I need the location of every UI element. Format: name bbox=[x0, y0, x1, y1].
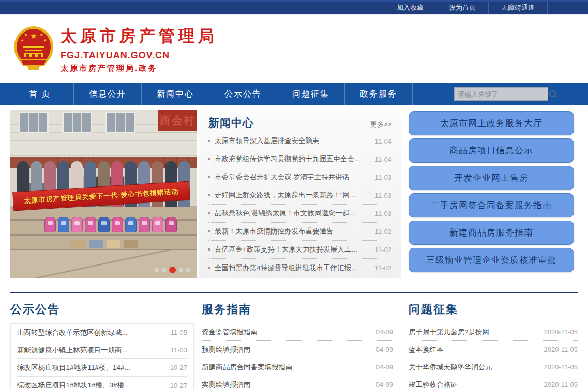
news-item[interactable]: 品秋景秋色 赏锦绣太原！市文旅局邀您一起... 11-03 bbox=[208, 205, 391, 223]
service-guide-item-title: 新建商品房合同备案填报指南 bbox=[202, 363, 372, 372]
svg-text:★: ★ bbox=[39, 33, 43, 37]
nav-item[interactable]: 信息公开 bbox=[74, 83, 142, 105]
announcement-item[interactable]: 山西转型综合改革示范区创新绿城... 11-05 bbox=[17, 324, 187, 341]
site-header: ★ ★ ★ ★ ★ 太原市房产管理局 FGJ.TAIYUAN.GOV.CN 太原… bbox=[0, 15, 588, 83]
quick-link-button[interactable]: 开发企业网上售房 bbox=[409, 166, 574, 190]
news-item-date: 11-04 bbox=[375, 155, 391, 163]
news-item-title: 市委常委会召开扩大会议 罗清宇主持并讲话 bbox=[215, 173, 371, 182]
svg-text:★: ★ bbox=[30, 32, 37, 40]
news-item[interactable]: 最新！太原市疫情防控办发布重要通告 11-02 bbox=[208, 223, 391, 241]
announcement-item-title: 综改区杨庄项目1#地块11#楼、14#... bbox=[17, 363, 166, 372]
quick-link-button[interactable]: 三级物业管理企业资质核准审批 bbox=[409, 248, 574, 272]
service-guide-item-title: 实测绘填报指南 bbox=[202, 380, 372, 389]
news-item-date: 11-02 bbox=[375, 228, 391, 236]
news-item-title: 百亿基金+政策支持！太原大力扶持发展人工... bbox=[215, 245, 371, 254]
svg-text:★: ★ bbox=[43, 38, 47, 43]
news-item-title: 品秋景秋色 赏锦绣太原！市文旅局邀您一起... bbox=[215, 209, 371, 218]
announcement-item[interactable]: 综改区杨庄项目1#地块11#楼、14#... 10-27 bbox=[17, 359, 187, 377]
service-guide-item-date: 04-09 bbox=[376, 381, 393, 388]
issue-item[interactable]: 房子属于第几套房?是按网 2020-11-05 bbox=[409, 323, 578, 341]
issue-item[interactable]: 关于华侨城天鹅堡华润公元 2020-11-05 bbox=[409, 358, 578, 376]
photo-carousel[interactable]: 西会村 太原市房产管理局关爱下一代·爱心书包捐赠活动 bbox=[10, 110, 197, 278]
quick-link-button[interactable]: 商品房项目信息公示 bbox=[409, 138, 574, 163]
backpacks-row bbox=[44, 217, 177, 232]
search-input[interactable] bbox=[458, 90, 549, 98]
carousel-dot[interactable] bbox=[155, 268, 159, 272]
news-item-date: 11-03 bbox=[375, 174, 391, 181]
quick-link-button[interactable]: 新建商品房服务指南 bbox=[409, 221, 574, 245]
topbar-link[interactable]: 设为首页 bbox=[436, 2, 489, 14]
announcement-item[interactable]: 综改区杨庄项目1#地块1#楼、3#楼... 10-27 bbox=[17, 377, 187, 390]
news-item-title: 市政府党组传达学习贯彻党的十九届五中全会... bbox=[215, 154, 371, 164]
announcements-section: 公示公告 山西转型综合改革示范区创新绿城... 11-05 新能源健康小镇上林苑… bbox=[10, 293, 194, 390]
carousel-dot[interactable] bbox=[162, 268, 166, 272]
national-emblem-logo: ★ ★ ★ ★ ★ bbox=[13, 25, 54, 73]
nav-item[interactable]: 公示公告 bbox=[209, 83, 277, 105]
news-title: 新闻中心 bbox=[208, 116, 254, 130]
service-guide-item-date: 04-09 bbox=[376, 363, 393, 371]
news-item[interactable]: 全国扫黑办第4特派督导组进驻我市工作汇报... 11-02 bbox=[208, 259, 391, 277]
search-box bbox=[454, 87, 548, 101]
building-window bbox=[62, 112, 92, 133]
carousel-dot-active[interactable] bbox=[169, 267, 176, 273]
news-item[interactable]: 走好网上群众路线，太原蹚出一条新路！“网... 11-03 bbox=[208, 186, 391, 205]
announcement-item-title: 新能源健康小镇上林苑项目一期商... bbox=[17, 346, 167, 355]
announcement-item[interactable]: 新能源健康小镇上林苑项目一期商... 11-03 bbox=[17, 341, 187, 359]
news-item[interactable]: 市委常委会召开扩大会议 罗清宇主持并讲话 11-03 bbox=[208, 168, 391, 186]
announcement-item-date: 11-03 bbox=[171, 346, 187, 354]
nav-item[interactable]: 政务服务 bbox=[345, 83, 413, 105]
news-item-date: 11-03 bbox=[375, 210, 391, 217]
news-more-link[interactable]: 更多>> bbox=[370, 120, 391, 129]
service-guide-section: 服务指南 资金监管填报指南 04-09 预测绘填报指南 04-09 新建商品房合… bbox=[202, 293, 393, 390]
quick-link-button[interactable]: 太原市网上政务服务大厅 bbox=[409, 111, 574, 135]
site-subtitle: 太原市房产管理局.政务 bbox=[61, 64, 218, 73]
quick-links: 太原市网上政务服务大厅 商品房项目信息公示 开发企业网上售房 二手房网签合同备案… bbox=[409, 111, 574, 275]
announcement-item-title: 综改区杨庄项目1#地块1#楼、3#楼... bbox=[17, 381, 166, 390]
issue-item[interactable]: 蓝本换红本 2020-11-05 bbox=[409, 341, 578, 358]
news-item-date: 11-02 bbox=[375, 246, 391, 254]
bullet-icon bbox=[208, 176, 210, 178]
news-item[interactable]: 太原市领导深入基层排查安全隐患 11-04 bbox=[208, 132, 391, 150]
service-guide-list: 资金监管填报指南 04-09 预测绘填报指南 04-09 新建商品房合同备案填报… bbox=[202, 323, 393, 390]
search-icon[interactable] bbox=[549, 90, 557, 98]
announcement-item-title: 山西转型综合改革示范区创新绿城... bbox=[17, 328, 167, 337]
main-content: 西会村 太原市房产管理局关爱下一代·爱心书包捐赠活动 bbox=[10, 110, 578, 280]
carousel-dot[interactable] bbox=[186, 268, 190, 272]
bottom-sections: 公示公告 山西转型综合改革示范区创新绿城... 11-05 新能源健康小镇上林苑… bbox=[10, 293, 578, 390]
topbar-link[interactable]: 无障碍通道 bbox=[489, 2, 548, 14]
village-sign: 西会村 bbox=[158, 110, 197, 131]
news-list: 太原市领导深入基层排查安全隐患 11-04 市政府党组传达学习贯彻党的十九届五中… bbox=[208, 132, 391, 277]
topbar-link[interactable]: 加入收藏 bbox=[384, 2, 436, 14]
nav-item[interactable]: 首 页 bbox=[6, 83, 74, 105]
news-item-title: 太原市领导深入基层排查安全隐患 bbox=[215, 136, 371, 146]
quick-link-button[interactable]: 二手房网签合同备案服务指南 bbox=[409, 193, 574, 217]
issue-collection-list: 房子属于第几套房?是按网 2020-11-05 蓝本换红本 2020-11-05… bbox=[409, 323, 578, 390]
bullet-icon bbox=[208, 140, 210, 142]
issue-collection-section: 问题征集 房子属于第几套房?是按网 2020-11-05 蓝本换红本 2020-… bbox=[409, 293, 578, 390]
service-guide-item[interactable]: 资金监管填报指南 04-09 bbox=[202, 323, 393, 341]
service-guide-item[interactable]: 实测绘填报指南 04-09 bbox=[202, 376, 393, 390]
top-utility-bar: 加入收藏 设为首页 无障碍通道 bbox=[0, 0, 588, 14]
issue-item-date: 2020-11-05 bbox=[544, 381, 578, 388]
service-guide-title: 服务指南 bbox=[202, 302, 393, 317]
service-guide-item[interactable]: 新建商品房合同备案填报指南 04-09 bbox=[202, 358, 393, 376]
news-item[interactable]: 市政府党组传达学习贯彻党的十九届五中全会... 11-04 bbox=[208, 150, 391, 168]
announcement-item-date: 10-27 bbox=[170, 364, 187, 371]
news-item-title: 全国扫黑办第4特派督导组进驻我市工作汇报... bbox=[215, 263, 371, 273]
nav-item[interactable]: 新闻中心 bbox=[142, 83, 209, 105]
site-domain: FGJ.TAIYUAN.GOV.CN bbox=[61, 50, 218, 61]
nav-item[interactable]: 问题征集 bbox=[277, 83, 345, 105]
building-window bbox=[105, 112, 135, 133]
bullet-icon bbox=[208, 230, 210, 232]
announcements-list: 山西转型综合改革示范区创新绿城... 11-05 新能源健康小镇上林苑项目一期商… bbox=[10, 323, 194, 390]
service-guide-item[interactable]: 预测绘填报指南 04-09 bbox=[202, 341, 393, 358]
carousel-dot[interactable] bbox=[179, 268, 183, 272]
brand-block: 太原市房产管理局 FGJ.TAIYUAN.GOV.CN 太原市房产管理局.政务 bbox=[61, 25, 218, 73]
issue-item-title: 蓝本换红本 bbox=[409, 345, 539, 354]
bullet-icon bbox=[208, 267, 210, 269]
news-panel: 新闻中心 更多>> 太原市领导深入基层排查安全隐患 11-04 市政府党组传达学… bbox=[199, 110, 401, 278]
issue-item[interactable]: 竣工验收合格证 2020-11-05 bbox=[409, 376, 578, 390]
bullet-icon bbox=[208, 212, 210, 214]
news-item[interactable]: 百亿基金+政策支持！太原大力扶持发展人工... 11-02 bbox=[208, 241, 391, 259]
news-item-date: 11-04 bbox=[375, 137, 391, 145]
